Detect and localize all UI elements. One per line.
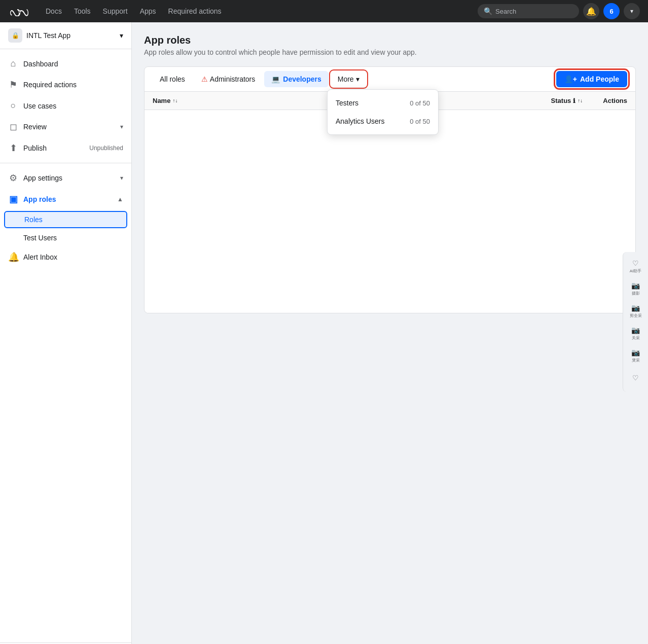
sidebar-item-label: Review bbox=[23, 123, 47, 131]
more-dropdown: Testers 0 of 50 Analytics Users 0 of 50 bbox=[327, 89, 439, 135]
widget-icon-1: 📷 bbox=[631, 281, 640, 290]
more-chevron-icon: ▾ bbox=[356, 75, 359, 83]
widget-icon-0: ♡ bbox=[632, 259, 639, 267]
widget-item-3[interactable]: 📷 关采 bbox=[626, 323, 646, 343]
add-person-icon: 👤+ bbox=[564, 75, 577, 83]
widget-label-1: 摄影 bbox=[632, 291, 640, 296]
divider bbox=[0, 163, 131, 163]
search-bar[interactable]: 🔍 bbox=[478, 4, 579, 18]
circle-icon: ○ bbox=[8, 100, 18, 111]
col-actions-header: Actions bbox=[603, 97, 627, 104]
admin-warning-icon: ⚠ bbox=[201, 75, 208, 83]
sidebar-item-app-settings[interactable]: ⚙ App settings ▾ bbox=[0, 167, 131, 189]
sidebar: 🔒 INTL Test App ▾ ⌂ Dashboard ⚑ Required… bbox=[0, 22, 132, 644]
widget-label-0: AI助手 bbox=[630, 268, 642, 274]
status-sort-icon: ↑↓ bbox=[578, 98, 583, 103]
sidebar-item-alert-inbox[interactable]: 🔔 Alert Inbox bbox=[0, 246, 131, 268]
notification-bell[interactable]: 🔔 bbox=[583, 3, 599, 19]
review-chevron: ▾ bbox=[120, 123, 123, 130]
right-widget: ♡ AI助手 📷 摄影 📷 剪全采 📷 关采 📷 叟采 ♡ bbox=[623, 252, 648, 392]
widget-icon-2: 📷 bbox=[631, 304, 640, 312]
sidebar-sub-item-test-users[interactable]: Test Users bbox=[0, 229, 131, 246]
sidebar-item-label: Use cases bbox=[23, 102, 56, 110]
home-icon: ⌂ bbox=[8, 58, 18, 69]
bell-icon: 🔔 bbox=[8, 252, 18, 263]
widget-icon-5: ♡ bbox=[632, 374, 639, 382]
widget-label-3: 关采 bbox=[632, 335, 640, 341]
analytics-users-label: Analytics Users bbox=[336, 117, 384, 125]
widget-item-0[interactable]: ♡ AI助手 bbox=[626, 256, 646, 276]
sidebar-item-dashboard[interactable]: ⌂ Dashboard bbox=[0, 53, 131, 74]
app-selector-chevron: ▾ bbox=[120, 31, 123, 40]
sidebar-item-label: Dashboard bbox=[23, 60, 58, 68]
settings-icon: ⚙ bbox=[8, 172, 18, 184]
tab-developers[interactable]: 💻 Developers bbox=[264, 71, 328, 87]
widget-item-2[interactable]: 📷 剪全采 bbox=[626, 301, 646, 321]
app-icon: 🔒 bbox=[8, 28, 22, 43]
main-content: App roles App roles allow you to control… bbox=[132, 22, 648, 644]
widget-item-1[interactable]: 📷 摄影 bbox=[626, 278, 646, 299]
flag-icon: ⚑ bbox=[8, 79, 18, 90]
publish-icon: ⬆ bbox=[8, 142, 18, 154]
widget-label-4: 叟采 bbox=[632, 357, 640, 363]
layout: 🔒 INTL Test App ▾ ⌂ Dashboard ⚑ Required… bbox=[0, 22, 648, 644]
sidebar-nav: ⌂ Dashboard ⚑ Required actions ○ Use cas… bbox=[0, 49, 131, 642]
nav-docs[interactable]: Docs bbox=[41, 4, 67, 18]
search-icon: 🔍 bbox=[484, 7, 492, 15]
widget-label-2: 剪全采 bbox=[630, 313, 642, 318]
add-people-button[interactable]: 👤+ Add People bbox=[556, 71, 627, 87]
top-nav: Docs Tools Support Apps Required actions… bbox=[0, 0, 648, 22]
roles-header: All roles ⚠ Administrators 💻 Developers … bbox=[145, 67, 635, 92]
col-status-header[interactable]: Status ℹ ↑↓ bbox=[551, 97, 583, 104]
app-selector[interactable]: 🔒 INTL Test App ▾ bbox=[0, 22, 131, 49]
sidebar-sub-item-roles[interactable]: Roles bbox=[4, 211, 127, 228]
publish-badge: Unpublished bbox=[89, 145, 123, 152]
sidebar-item-required-actions[interactable]: ⚑ Required actions bbox=[0, 74, 131, 95]
roles-card: All roles ⚠ Administrators 💻 Developers … bbox=[144, 66, 636, 313]
roles-header-right: 👤+ Add People bbox=[556, 71, 627, 87]
app-roles-label: App roles bbox=[23, 195, 56, 203]
nav-support[interactable]: Support bbox=[98, 4, 133, 18]
nav-chevron-down[interactable]: ▾ bbox=[624, 3, 640, 19]
nav-required-actions[interactable]: Required actions bbox=[163, 4, 227, 18]
top-nav-links: Docs Tools Support Apps Required actions bbox=[41, 4, 478, 18]
widget-icon-4: 📷 bbox=[631, 348, 640, 356]
page-subtitle: App roles allow you to control which peo… bbox=[144, 48, 636, 56]
top-nav-right: 🔍 🔔 6 ▾ bbox=[478, 3, 640, 19]
sort-icon: ↑↓ bbox=[172, 98, 177, 103]
analytics-users-count: 0 of 50 bbox=[410, 118, 430, 125]
developers-icon: 💻 bbox=[271, 75, 280, 83]
user-avatar[interactable]: 6 bbox=[603, 3, 620, 19]
sidebar-item-label: App settings bbox=[23, 174, 62, 182]
sidebar-item-label: Required actions bbox=[23, 81, 77, 89]
nav-tools[interactable]: Tools bbox=[69, 4, 96, 18]
app-roles-icon: ▣ bbox=[8, 194, 18, 205]
sidebar-item-label: Publish bbox=[23, 144, 47, 152]
sidebar-item-label: Alert Inbox bbox=[23, 253, 57, 261]
widget-icon-3: 📷 bbox=[631, 326, 640, 334]
sidebar-item-publish[interactable]: ⬆ Publish Unpublished bbox=[0, 137, 131, 159]
dropdown-item-analytics-users[interactable]: Analytics Users 0 of 50 bbox=[328, 112, 438, 130]
testers-count: 0 of 50 bbox=[410, 99, 430, 107]
settings-chevron: ▾ bbox=[120, 174, 123, 182]
testers-label: Testers bbox=[336, 99, 358, 107]
widget-item-5[interactable]: ♡ bbox=[626, 368, 646, 388]
tab-administrators[interactable]: ⚠ Administrators bbox=[194, 71, 262, 87]
status-info-icon: ℹ bbox=[573, 97, 575, 104]
widget-item-4[interactable]: 📷 叟采 bbox=[626, 345, 646, 366]
tab-more[interactable]: More ▾ bbox=[331, 71, 367, 87]
sidebar-item-use-cases[interactable]: ○ Use cases bbox=[0, 95, 131, 116]
sidebar-item-review[interactable]: ◻ Review ▾ bbox=[0, 116, 131, 137]
app-name: INTL Test App bbox=[26, 31, 70, 40]
sidebar-app-roles-header[interactable]: ▣ App roles ▲ bbox=[0, 189, 131, 210]
search-input[interactable] bbox=[495, 8, 573, 15]
review-icon: ◻ bbox=[8, 121, 18, 132]
dropdown-item-testers[interactable]: Testers 0 of 50 bbox=[328, 94, 438, 112]
tab-all-roles[interactable]: All roles bbox=[153, 71, 192, 87]
table-body bbox=[145, 110, 635, 313]
page-title: App roles bbox=[144, 34, 636, 46]
col-name-header[interactable]: Name ↑↓ bbox=[153, 97, 177, 104]
meta-logo[interactable] bbox=[8, 6, 28, 16]
app-roles-chevron: ▲ bbox=[117, 196, 123, 203]
nav-apps[interactable]: Apps bbox=[135, 4, 161, 18]
